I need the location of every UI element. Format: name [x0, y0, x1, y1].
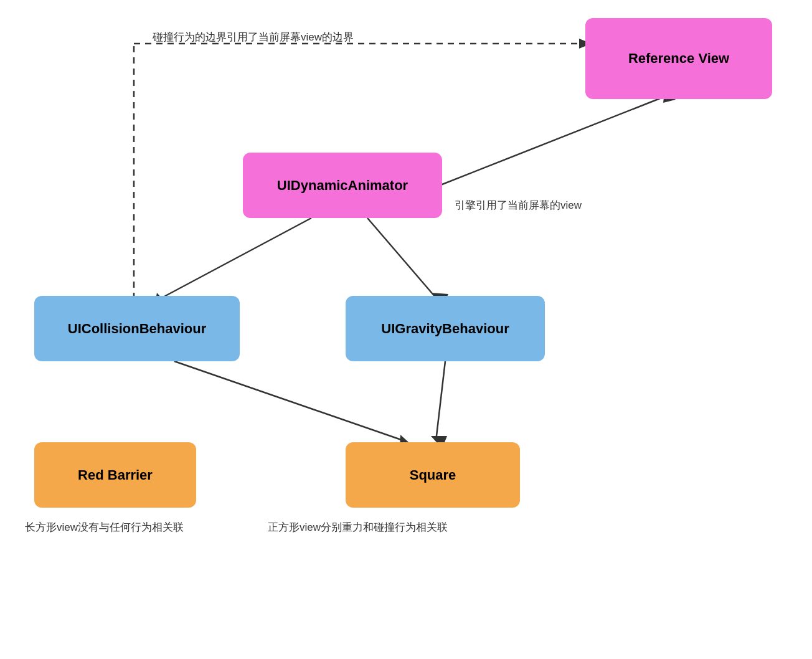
reference-view-node: Reference View [585, 18, 772, 99]
red-barrier-node: Red Barrier [34, 442, 196, 508]
svg-line-3 [162, 218, 311, 298]
svg-line-5 [367, 218, 436, 298]
ui-collision-behaviour-node: UICollisionBehaviour [34, 296, 240, 361]
svg-line-9 [174, 361, 405, 441]
svg-line-7 [436, 95, 669, 187]
square-caption: 正方形view分别重力和碰撞行为相关联 [268, 520, 448, 534]
engine-reference-label: 引擎引用了当前屏幕的view [455, 198, 582, 212]
red-barrier-caption: 长方形view没有与任何行为相关联 [25, 520, 184, 534]
ui-gravity-behaviour-node: UIGravityBehaviour [346, 296, 545, 361]
dashed-arrow-label: 碰撞行为的边界引用了当前屏幕view的边界 [153, 30, 354, 44]
diagram-container: Reference View UIDynamicAnimator UIColli… [0, 0, 812, 659]
svg-line-11 [436, 361, 445, 441]
ui-dynamic-animator-node: UIDynamicAnimator [243, 153, 442, 218]
square-node: Square [346, 442, 520, 508]
